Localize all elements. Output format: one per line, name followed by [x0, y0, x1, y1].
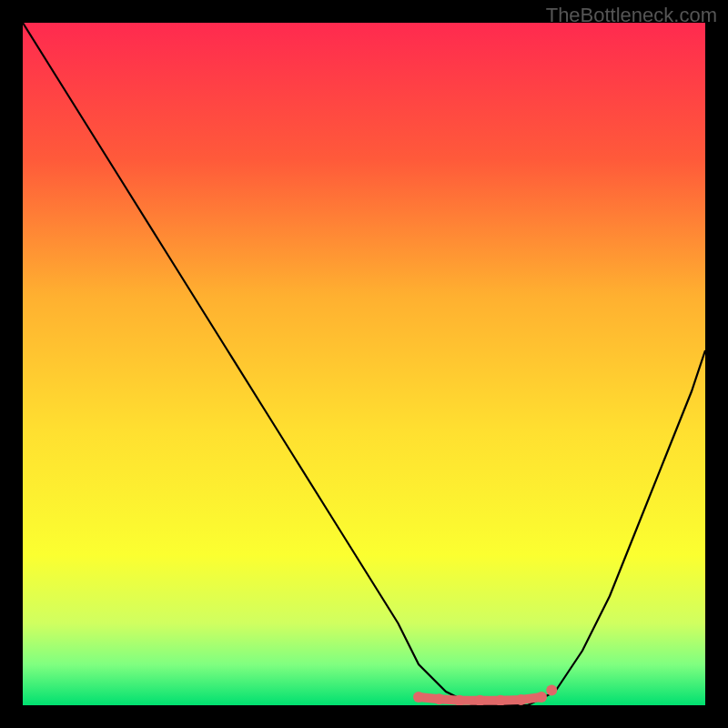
- marker-dot: [434, 693, 445, 704]
- watermark-text: TheBottleneck.com: [546, 4, 717, 27]
- marker-dot: [516, 694, 527, 705]
- accent-marker: [546, 685, 557, 696]
- optimal-markers: [413, 685, 557, 706]
- marker-dot: [413, 692, 424, 703]
- plot-area: [23, 23, 705, 705]
- bottleneck-curve: [23, 23, 705, 705]
- curve-layer: [23, 23, 705, 705]
- marker-dot: [536, 692, 547, 703]
